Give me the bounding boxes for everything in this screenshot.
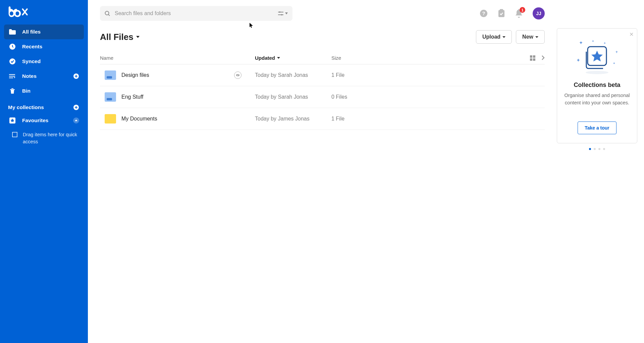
chevron-right-icon[interactable] — [541, 55, 545, 61]
title-row: All Files Upload New — [100, 30, 545, 44]
sidebar-item-notes[interactable]: Notes — [4, 69, 84, 84]
notes-icon — [9, 72, 16, 80]
help-button[interactable]: ? — [480, 9, 488, 17]
svg-rect-13 — [530, 55, 532, 58]
svg-rect-14 — [533, 55, 535, 58]
collections-list: Favourites — [0, 113, 88, 128]
svg-text:+: + — [615, 50, 618, 54]
size-cell: 1 File — [331, 72, 385, 78]
close-icon[interactable]: ✕ — [629, 31, 634, 38]
svg-rect-5 — [12, 132, 17, 137]
drop-hint-text: Drag items here for quick access — [23, 131, 81, 145]
chevron-down-icon — [535, 36, 538, 38]
plus-icon[interactable] — [73, 73, 79, 79]
search-icon — [105, 11, 110, 16]
folder-icon — [105, 114, 116, 124]
search-input[interactable] — [115, 10, 278, 16]
svg-text:+: + — [592, 39, 594, 43]
folder-shared-icon — [105, 92, 116, 102]
column-name[interactable]: Name — [100, 55, 255, 61]
chevron-down-icon — [502, 36, 505, 38]
notification-badge: 1 — [520, 7, 525, 13]
chevron-down-icon — [277, 57, 280, 59]
sidebar-item-all-files[interactable]: All files — [4, 24, 84, 39]
title-actions: Upload New — [476, 30, 545, 44]
promo-card: ✕ + + + + + + Collections beta Organise … — [557, 28, 637, 143]
promo-pagination — [557, 148, 637, 150]
sidebar-item-favourites[interactable]: Favourites — [4, 113, 84, 128]
promo-panel: ✕ + + + + + + Collections beta Organise … — [557, 0, 644, 343]
chevron-up-icon[interactable] — [73, 117, 79, 124]
size-cell: 0 Files — [331, 94, 385, 100]
file-name[interactable]: Eng Stuff — [121, 94, 144, 100]
box-logo[interactable] — [0, 6, 88, 24]
table-header: Name Updated Size — [100, 49, 545, 64]
cursor-icon — [250, 23, 254, 28]
square-icon — [12, 132, 18, 138]
search-field[interactable] — [100, 6, 292, 21]
sidebar-item-bin[interactable]: Bin — [4, 84, 84, 98]
collections-label: My collections — [8, 104, 44, 110]
file-name[interactable]: My Documents — [121, 116, 157, 122]
view-controls — [530, 55, 545, 61]
file-list: Design files Today by Sarah Jonas 1 File… — [100, 64, 545, 130]
folder-shared-icon — [105, 70, 116, 80]
new-button[interactable]: New — [516, 30, 545, 44]
promo-body: Organise shared and personal content int… — [564, 92, 630, 107]
notifications-button[interactable]: 1 — [515, 9, 523, 18]
take-tour-button[interactable]: Take a tour — [578, 121, 616, 134]
sidebar-item-label: Notes — [22, 73, 37, 79]
nav-list: All files Recents Synced Notes Bin — [0, 24, 88, 98]
svg-rect-12 — [500, 9, 503, 11]
pagination-dot[interactable] — [594, 148, 596, 150]
promo-illustration: + + + + + + — [564, 37, 630, 77]
check-circle-icon — [9, 58, 16, 65]
svg-point-24 — [586, 71, 608, 74]
grid-view-icon[interactable] — [530, 55, 535, 61]
page-title[interactable]: All Files — [100, 32, 140, 42]
sidebar-item-label: Favourites — [22, 117, 48, 124]
promo-title: Collections beta — [564, 82, 630, 89]
pagination-dot[interactable] — [598, 148, 600, 150]
upload-button[interactable]: Upload — [476, 30, 512, 44]
svg-text:+: + — [580, 40, 582, 45]
shared-link-icon[interactable] — [234, 71, 241, 79]
folder-icon — [9, 28, 16, 36]
sidebar-item-synced[interactable]: Synced — [4, 54, 84, 69]
pagination-dot[interactable] — [603, 148, 605, 150]
column-updated[interactable]: Updated — [255, 55, 331, 61]
avatar[interactable]: JJ — [533, 7, 545, 19]
sidebar-item-label: All files — [22, 29, 41, 35]
sidebar-item-label: Recents — [22, 44, 42, 50]
svg-point-6 — [105, 11, 109, 15]
file-name[interactable]: Design files — [121, 72, 149, 78]
updated-cell: Today by Sarah Jonas — [255, 72, 331, 78]
collections-header[interactable]: My collections — [0, 98, 88, 113]
search-filter-button[interactable] — [278, 11, 288, 16]
clock-icon — [9, 43, 16, 50]
table-row[interactable]: Design files Today by Sarah Jonas 1 File — [100, 64, 545, 86]
name-cell: My Documents — [100, 114, 255, 124]
favourites-drop-hint: Drag items here for quick access — [0, 128, 88, 149]
pagination-dot[interactable] — [589, 148, 591, 150]
content: ? 1 JJ All Files Upload — [88, 0, 557, 343]
svg-text:+: + — [577, 57, 580, 63]
size-cell: 1 File — [331, 116, 385, 122]
svg-point-7 — [279, 11, 280, 13]
trash-icon — [9, 87, 16, 95]
sidebar: All files Recents Synced Notes Bin My co… — [0, 0, 88, 343]
table-row[interactable]: Eng Stuff Today by Sarah Jonas 0 Files — [100, 86, 545, 108]
sidebar-item-label: Synced — [22, 58, 41, 64]
name-cell: Design files — [100, 70, 255, 80]
chevron-down-icon — [136, 36, 140, 38]
plus-icon[interactable] — [73, 104, 79, 110]
table-row[interactable]: My Documents Today by James Jonas 1 File — [100, 108, 545, 130]
sidebar-item-label: Bin — [22, 88, 31, 94]
svg-point-8 — [281, 14, 282, 15]
svg-text:+: + — [604, 41, 606, 45]
svg-rect-16 — [533, 58, 535, 61]
tasks-button[interactable] — [498, 9, 505, 18]
column-size[interactable]: Size — [331, 55, 385, 61]
svg-rect-15 — [530, 58, 532, 61]
sidebar-item-recents[interactable]: Recents — [4, 39, 84, 54]
